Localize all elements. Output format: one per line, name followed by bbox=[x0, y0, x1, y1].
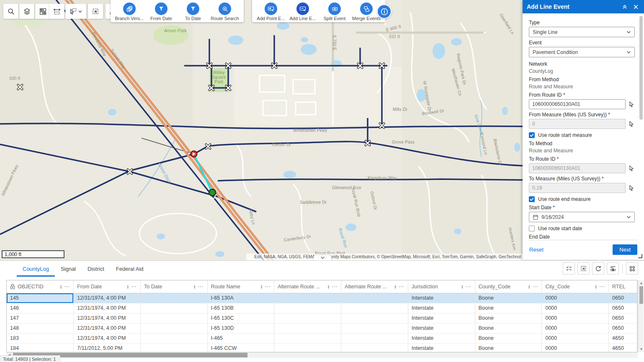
toggle-columns-button[interactable] bbox=[607, 262, 619, 275]
select-tool-button[interactable] bbox=[65, 4, 86, 19]
layers-tool-button[interactable] bbox=[19, 4, 34, 19]
start-date-picker[interactable]: 9/16/2024 bbox=[529, 212, 635, 222]
cell[interactable]: I-65 130B bbox=[207, 303, 274, 313]
sort-icon[interactable]: ▴▾ bbox=[60, 285, 62, 289]
type-select[interactable]: Single Line bbox=[529, 27, 635, 37]
info-button[interactable] bbox=[377, 4, 392, 19]
clear-map-selection-button[interactable] bbox=[88, 4, 103, 19]
tab-signal[interactable]: Signal bbox=[55, 262, 82, 277]
next-button[interactable]: Next bbox=[613, 244, 637, 255]
table-row-184[interactable]: 1847/11/2012, 5:00 PMI-465 CCWInterstate… bbox=[7, 343, 637, 352]
cell[interactable]: Interstate bbox=[408, 333, 475, 343]
cell[interactable]: I-65 130C bbox=[207, 313, 274, 323]
cell[interactable] bbox=[341, 303, 408, 313]
cell[interactable]: Interstate bbox=[408, 343, 475, 352]
column-header-objectid[interactable]: OBJECTID▴▾⋯ bbox=[7, 280, 74, 293]
cell[interactable] bbox=[274, 333, 341, 343]
column-menu-icon[interactable]: ⋯ bbox=[198, 283, 204, 290]
tool-add-line-e[interactable]: Add Line E... bbox=[287, 3, 318, 21]
sort-icon[interactable]: ▴▾ bbox=[194, 285, 196, 289]
pick-on-map-icon[interactable] bbox=[628, 101, 635, 108]
tab-district[interactable]: District bbox=[82, 262, 110, 277]
cell[interactable] bbox=[341, 313, 408, 323]
pick-on-map-icon[interactable] bbox=[628, 185, 635, 191]
sort-icon[interactable]: ▴▾ bbox=[461, 285, 463, 289]
column-menu-icon[interactable]: ⋯ bbox=[466, 283, 471, 290]
cell[interactable]: 4650 bbox=[609, 343, 637, 352]
cell[interactable]: 12/31/1974, 4:00 PM bbox=[74, 303, 141, 313]
table-row-145[interactable]: 14512/31/1974, 4:00 PMI-65 130AInterstat… bbox=[7, 293, 637, 303]
cell[interactable]: 0650 bbox=[609, 303, 637, 313]
cell[interactable]: Boone bbox=[475, 313, 542, 323]
table-row-148[interactable]: 14812/31/1974, 4:00 PMI-65 130DInterstat… bbox=[7, 323, 637, 333]
column-menu-icon[interactable]: ⋯ bbox=[532, 283, 538, 290]
column-header-from-date[interactable]: From Date▴▾⋯ bbox=[74, 280, 141, 293]
measure-tool-button[interactable] bbox=[49, 4, 64, 19]
collapse-panel-button[interactable] bbox=[621, 3, 629, 11]
cell[interactable]: Boone bbox=[475, 303, 542, 313]
column-menu-icon[interactable]: ⋯ bbox=[265, 283, 270, 290]
cell[interactable] bbox=[274, 323, 341, 333]
cell[interactable]: 0000 bbox=[542, 313, 609, 323]
cell[interactable]: 0650 bbox=[609, 313, 637, 323]
pick-on-map-icon[interactable] bbox=[628, 121, 635, 127]
table-horizontal-scrollbar[interactable]: ◀ bbox=[6, 352, 638, 358]
close-panel-button[interactable] bbox=[631, 3, 640, 11]
use-route-start-date-checkbox[interactable]: Use route start date bbox=[529, 226, 635, 231]
pick-on-map-icon[interactable] bbox=[628, 165, 635, 172]
cell[interactable] bbox=[274, 303, 341, 313]
cell[interactable]: 12/31/1974, 4:00 PM bbox=[74, 323, 141, 333]
column-header-city-code[interactable]: City_Code▴▾⋯ bbox=[542, 280, 609, 293]
cell[interactable] bbox=[274, 343, 341, 352]
cell[interactable]: 7/11/2012, 5:00 PM bbox=[74, 343, 141, 352]
cell[interactable] bbox=[341, 323, 408, 333]
cell[interactable]: Boone bbox=[475, 343, 542, 352]
cell[interactable]: Boone bbox=[475, 293, 542, 303]
table-vertical-scrollbar[interactable]: ▲ ▼ bbox=[638, 280, 644, 352]
column-header-county-code[interactable]: County_Code▴▾⋯ bbox=[475, 280, 542, 293]
cell[interactable]: Boone bbox=[475, 333, 542, 343]
reset-link[interactable]: Reset bbox=[529, 246, 613, 253]
column-header-alternate-route[interactable]: Alternate Route ...▴▾⋯ bbox=[341, 280, 408, 293]
column-header-route-name[interactable]: Route Name▴▾⋯ bbox=[207, 280, 274, 293]
column-header-to-date[interactable]: To Date▴▾⋯ bbox=[141, 280, 208, 293]
cell[interactable]: I-465 CCW bbox=[207, 343, 274, 352]
cell[interactable]: Boone bbox=[475, 323, 542, 333]
cell[interactable]: 0000 bbox=[542, 303, 609, 313]
cell[interactable]: Interstate bbox=[408, 313, 475, 323]
cell[interactable]: 0650 bbox=[609, 293, 637, 303]
sort-icon[interactable]: ▴▾ bbox=[127, 285, 129, 289]
panel-scrollbar[interactable] bbox=[639, 16, 643, 120]
sort-icon[interactable]: ▴▾ bbox=[595, 285, 597, 289]
cell[interactable] bbox=[141, 343, 208, 352]
cell[interactable]: 145 bbox=[7, 293, 74, 303]
search-tool-button[interactable] bbox=[3, 4, 18, 19]
tool-add-point-e[interactable]: Add Point E... bbox=[255, 3, 286, 21]
sort-icon[interactable]: ▴▾ bbox=[395, 285, 397, 289]
cell[interactable] bbox=[141, 323, 208, 333]
tab-federal-aid[interactable]: Federal Aid bbox=[110, 262, 149, 277]
from-measure-input[interactable] bbox=[529, 119, 626, 129]
use-route-end-measure-checkbox[interactable]: Use route end measure bbox=[529, 196, 635, 202]
cell[interactable]: 0000 bbox=[542, 333, 609, 343]
tool-from-date[interactable]: From Date bbox=[146, 3, 177, 21]
cell[interactable]: Interstate bbox=[408, 293, 475, 303]
to-measure-input[interactable] bbox=[529, 183, 626, 193]
tool-to-date[interactable]: To Date bbox=[178, 3, 209, 21]
cell[interactable]: 183 bbox=[7, 333, 74, 343]
cell[interactable]: I-65 130D bbox=[207, 323, 274, 333]
cell[interactable]: 4650 bbox=[609, 333, 637, 343]
vertical-scroll-thumb[interactable] bbox=[639, 286, 643, 304]
column-header-jurisdiction[interactable]: Jurisdiction▴▾⋯ bbox=[408, 280, 475, 293]
cell[interactable]: 184 bbox=[7, 343, 74, 352]
column-menu-icon[interactable]: ⋯ bbox=[599, 283, 605, 290]
column-menu-icon[interactable]: ⋯ bbox=[399, 283, 404, 290]
sort-icon[interactable]: ▴▾ bbox=[528, 285, 530, 289]
cell[interactable] bbox=[341, 293, 408, 303]
table-row-146[interactable]: 14612/31/1974, 4:00 PMI-65 130BInterstat… bbox=[7, 303, 637, 313]
cell[interactable] bbox=[141, 293, 208, 303]
event-select[interactable]: Pavement Condition bbox=[529, 47, 635, 57]
collapse-table-toggle[interactable] bbox=[313, 254, 332, 260]
cell[interactable]: Interstate bbox=[408, 323, 475, 333]
cell[interactable] bbox=[141, 303, 208, 313]
